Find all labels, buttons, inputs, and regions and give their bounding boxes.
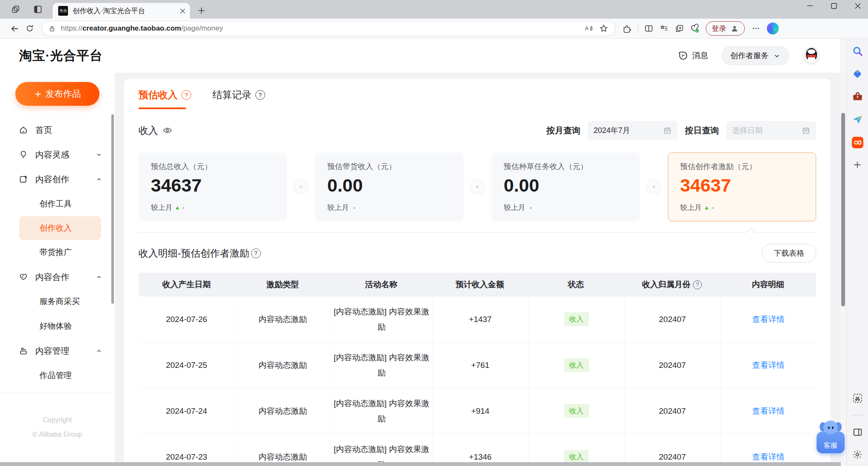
sidebar-item-goods-experience[interactable]: 好物体验 [0,314,115,339]
creator-service-menu[interactable]: 创作者服务 [721,46,789,65]
url-prefix: https:// [61,24,82,32]
cell-action: 查看详情 [720,434,816,466]
view-details-link[interactable]: 查看详情 [752,406,785,417]
calendar-icon[interactable] [802,126,810,135]
toolbar-divider [638,24,638,33]
help-icon[interactable] [251,249,261,258]
sidebar-item-service-purchase[interactable]: 服务商采买 [0,289,115,314]
favorite-star-icon[interactable] [596,21,611,36]
view-details-link[interactable]: 查看详情 [752,360,785,371]
sidebar-item-creation-income[interactable]: 创作收入 [19,216,101,240]
minimize-button[interactable] [806,2,814,9]
page-scrollbar-thumb[interactable] [841,113,845,306]
month-picker-input[interactable] [594,126,657,135]
eye-icon[interactable] [162,125,172,136]
tab-estimated-income[interactable]: 预估收入 [139,88,191,109]
browser-toolbar: https://creator.guanghe.taobao.com/page/… [0,19,868,39]
card-sales-income[interactable]: 预估带货收入（元） 0.00 较上月- [315,153,463,221]
new-tab-button[interactable] [197,6,206,15]
copilot-icon[interactable] [767,23,779,34]
messages-button[interactable]: 消息 [678,50,708,61]
plus-operator-icon: + [470,179,485,195]
day-picker-input[interactable] [732,126,796,135]
sidebar-item-cooperation[interactable]: 内容合作 [0,265,115,289]
view-details-link[interactable]: 查看详情 [752,314,785,325]
horizontal-scrollbar[interactable] [0,462,841,466]
income-title-label: 收入 [139,124,158,137]
vertical-tabs-icon[interactable] [33,5,42,14]
compare-value: - [182,203,185,212]
url-text: https://creator.guanghe.taobao.com/page/… [61,24,581,33]
sidebar-item-home[interactable]: 首页 [0,118,115,142]
login-label: 登录 [712,24,726,34]
more-menu-icon[interactable] [748,21,763,36]
help-icon[interactable] [181,90,191,100]
tab-close-icon[interactable] [180,8,186,14]
compare-label: 较上月 [504,203,526,212]
paper-plane-icon[interactable] [852,114,863,125]
cell-type: 内容动态激励 [235,388,331,434]
help-icon[interactable] [255,90,265,100]
column-header-status: 状态 [528,273,624,297]
cell-amount: +1346 [432,434,528,466]
search-icon[interactable] [852,45,863,57]
card-total-income[interactable]: 预估总收入（元） 34637 较上月▲- [139,153,287,221]
tab-label: 结算记录 [212,88,252,102]
avatar[interactable] [802,46,821,65]
sidebar-item-inspiration[interactable]: 内容灵感 [0,142,115,167]
card-value: 34637 [151,175,274,196]
card-creator-incentive[interactable]: 预估创作者激励（元） 34637 较上月▲- [668,153,816,221]
sidebar-item-management[interactable]: 内容管理 [0,339,115,363]
tab-actions-icon[interactable] [11,5,20,14]
view-details-link[interactable]: 查看详情 [752,452,785,463]
cell-action: 查看详情 [720,297,816,342]
day-picker[interactable] [726,121,816,140]
publish-button[interactable]: 发布作品 [15,82,99,106]
back-icon[interactable] [7,21,22,36]
browser-essentials-icon[interactable] [687,21,702,36]
sidebar-panel-icon[interactable] [852,427,863,438]
selected-card-notch [745,227,755,237]
customer-service-button[interactable]: 客服 [817,421,845,453]
favorites-bar-icon[interactable] [656,21,672,36]
settings-gear-icon[interactable] [852,449,863,460]
browser-window: 光合 创作收入·淘宝光合平台 https://creator.guanghe.t [0,0,868,466]
close-button[interactable] [854,3,861,9]
sidebar-item-works-management[interactable]: 作品管理 [0,363,115,388]
shopping-icon[interactable] [852,68,863,79]
browser-tab[interactable]: 光合 创作收入·淘宝光合平台 [53,3,190,19]
cell-month: 202407 [624,342,720,388]
maximize-button[interactable] [831,3,837,9]
lock-icon[interactable] [48,25,56,33]
sidebar-item-creation[interactable]: 内容创作 [0,167,115,192]
read-aloud-icon[interactable]: A [581,21,596,36]
tab-settlement-records[interactable]: 结算记录 [212,88,265,109]
sidebar-item-promotion[interactable]: 带货推广 [0,240,115,265]
trend-up-icon: ▲ [704,204,710,211]
split-screen-icon[interactable] [641,21,656,36]
screenshot-icon[interactable] [852,393,863,404]
customer-service-label: 客服 [824,441,837,450]
calendar-icon[interactable] [663,126,672,135]
refresh-icon[interactable] [22,21,37,36]
toolbox-icon[interactable] [852,91,863,102]
sidebar-scrollbar-thumb[interactable] [111,114,114,304]
month-picker[interactable] [588,121,678,140]
kuaishou-icon[interactable] [852,137,863,148]
address-bar[interactable]: https://creator.guanghe.taobao.com/page/… [42,21,615,36]
help-icon[interactable] [693,280,702,289]
page-scrollbar[interactable] [840,39,846,466]
sidebar-item-label: 带货推广 [40,247,72,258]
extensions-icon[interactable] [619,21,635,36]
login-button[interactable]: 登录 [706,21,745,36]
sidebar-item-creation-tools[interactable]: 创作工具 [0,192,115,216]
card-seeding-task-income[interactable]: 预估种草任务收入（元） 0.00 较上月- [492,153,640,221]
download-table-button[interactable]: 下载表格 [762,244,816,263]
table-row: 2024-07-23 内容动态激励 [内容动态激励] 内容效果激励 +1346 … [139,434,816,466]
collections-icon[interactable] [672,21,687,36]
add-sidebar-item-icon[interactable] [852,160,862,170]
header-right: 消息 创作者服务 [678,46,821,65]
content-tabs: 预估收入 结算记录 [139,88,816,109]
sidebar-item-label: 好物体验 [40,321,72,332]
cell-amount: +1437 [432,297,528,342]
